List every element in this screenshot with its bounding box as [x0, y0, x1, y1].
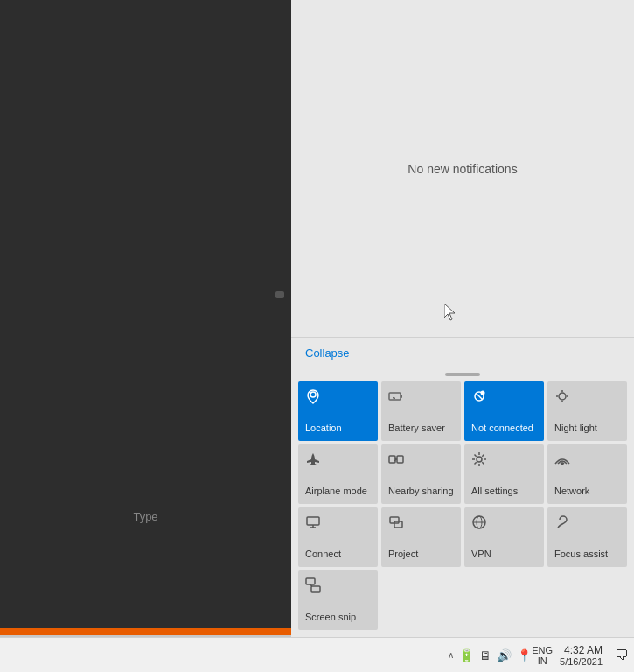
no-notifications-text: No new notifications [408, 162, 517, 176]
system-tray-chevron[interactable]: ∧ [448, 650, 454, 660]
notification-area: No new notifications [291, 0, 634, 337]
svg-rect-2 [401, 395, 402, 398]
collapse-link[interactable]: Collapse [305, 346, 350, 360]
not-connected-label: Not connected [471, 423, 533, 434]
connect-label: Connect [305, 549, 341, 560]
network-label: Network [554, 486, 589, 497]
tile-airplane-mode[interactable]: Airplane mode [298, 444, 378, 504]
project-label: Project [388, 549, 418, 560]
battery-saver-label: Battery saver [388, 423, 445, 434]
scrollbar[interactable] [275, 291, 284, 298]
tile-vpn[interactable]: VPN [464, 508, 544, 567]
lang-region: IN [532, 655, 553, 666]
lang-code: ENG [532, 645, 553, 655]
tile-network[interactable]: Network [547, 444, 627, 504]
focus-assist-icon [554, 514, 570, 535]
svg-point-0 [310, 392, 316, 397]
collapse-bar: Collapse [291, 337, 634, 368]
svg-point-5 [559, 393, 566, 400]
tile-not-connected[interactable]: Not connected [464, 382, 544, 441]
night-light-label: Night light [554, 423, 597, 434]
tile-empty1 [381, 570, 461, 630]
right-panel: No new notifications Collapse LocationBa… [291, 0, 634, 637]
tile-screen-snip[interactable]: Screen snip [298, 570, 378, 630]
drag-handle [298, 373, 627, 376]
type-label: Type [0, 510, 291, 523]
clock-date: 5/16/2021 [560, 656, 603, 667]
tile-empty2 [464, 570, 544, 630]
project-icon [388, 514, 404, 535]
screen-snip-icon [305, 578, 321, 598]
not-connected-icon [471, 388, 487, 409]
taskbar-clock[interactable]: 4:32 AM 5/16/2021 [560, 644, 603, 667]
nearby-sharing-icon [388, 452, 404, 472]
nearby-sharing-label: Nearby sharing [388, 486, 454, 497]
tile-nearby-sharing[interactable]: Nearby sharing [381, 444, 461, 504]
notification-bell-icon[interactable]: 🗨 [615, 648, 629, 663]
all-settings-icon [471, 452, 487, 472]
svg-point-12 [477, 457, 482, 462]
taskbar: ∧ 🔋 🖥 🔊 📍 ENG IN 4:32 AM 5/16/2021 🗨 [0, 637, 634, 672]
taskbar-icons: ∧ 🔋 🖥 🔊 📍 [448, 648, 532, 662]
tile-connect[interactable]: Connect [298, 508, 378, 567]
clock-time: 4:32 AM [560, 644, 603, 656]
tile-night-light[interactable]: Night light [547, 382, 627, 441]
screen-snip-label: Screen snip [305, 612, 356, 623]
tile-focus-assist[interactable]: Focus assist [547, 508, 627, 567]
connect-icon [305, 514, 321, 535]
svg-rect-23 [311, 586, 320, 592]
network-icon [554, 452, 570, 472]
vpn-label: VPN [471, 549, 491, 560]
tile-location[interactable]: Location [298, 382, 378, 441]
svg-rect-14 [307, 517, 319, 525]
volume-icon: 🔊 [497, 648, 512, 662]
tile-all-settings[interactable]: All settings [464, 444, 544, 504]
svg-point-13 [561, 463, 564, 466]
tile-battery-saver[interactable]: Battery saver [381, 382, 461, 441]
battery-icon: 🔋 [459, 648, 474, 662]
taskbar-language[interactable]: ENG IN [532, 645, 553, 666]
quick-actions: LocationBattery saverNot connectedNight … [291, 368, 634, 637]
left-panel: Type [0, 0, 291, 628]
tile-project[interactable]: Project [381, 508, 461, 567]
svg-point-4 [481, 391, 485, 396]
airplane-mode-icon [305, 452, 321, 472]
location-label: Location [305, 423, 342, 434]
svg-rect-10 [389, 456, 395, 463]
quick-actions-grid: LocationBattery saverNot connectedNight … [298, 382, 627, 630]
svg-rect-11 [397, 456, 403, 463]
location-icon [305, 388, 321, 409]
night-light-icon [554, 388, 570, 409]
focus-assist-label: Focus assist [554, 549, 608, 560]
svg-rect-22 [306, 578, 315, 584]
battery-saver-icon [388, 388, 404, 409]
drag-handle-bar [445, 373, 480, 376]
location-taskbar-icon: 📍 [517, 648, 532, 662]
network-taskbar-icon: 🖥 [479, 648, 491, 662]
vpn-icon [471, 514, 487, 535]
all-settings-label: All settings [471, 486, 518, 497]
airplane-mode-label: Airplane mode [305, 486, 367, 497]
orange-bar [0, 628, 291, 635]
tile-empty3 [547, 570, 627, 630]
